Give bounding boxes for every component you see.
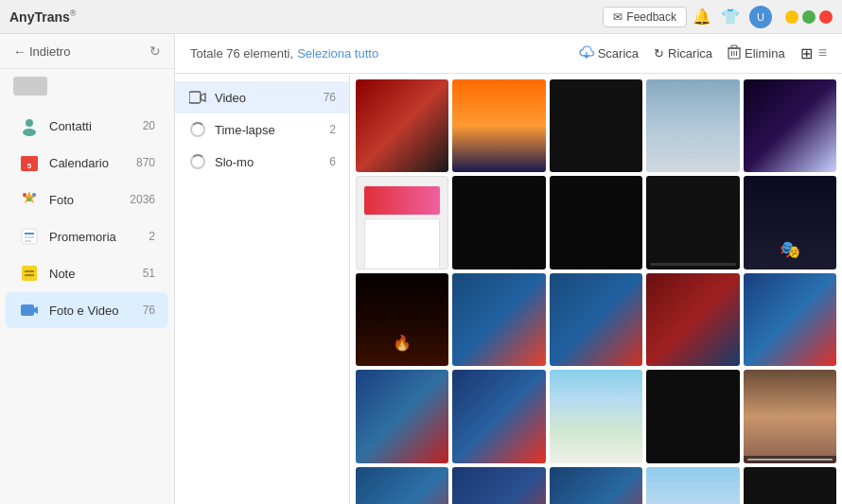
scarica-label: Scarica: [598, 46, 639, 61]
svg-rect-16: [21, 304, 34, 316]
media-thumb[interactable]: [744, 79, 836, 172]
subnav-item-timelapse[interactable]: Time-lapse 2: [175, 113, 349, 146]
trademark: ®: [70, 9, 77, 18]
subnav-item-slomo[interactable]: Slo-mo 6: [175, 146, 349, 178]
calendario-count: 870: [136, 156, 155, 169]
grid-view-button[interactable]: ⊞: [800, 44, 813, 62]
timelapse-label: Time-lapse: [215, 123, 322, 137]
back-label: Indietro: [29, 44, 70, 59]
media-grid: 🎭 🔥: [356, 79, 836, 504]
close-button[interactable]: [819, 10, 833, 24]
media-thumb[interactable]: 🎭: [744, 176, 836, 269]
device-info: [0, 69, 174, 103]
media-thumb[interactable]: [646, 273, 739, 366]
media-thumb[interactable]: [452, 273, 545, 366]
ricarica-label: Ricarica: [668, 46, 712, 61]
subnav-item-video[interactable]: Video 76: [175, 81, 349, 113]
media-thumb[interactable]: [646, 370, 739, 462]
media-thumb[interactable]: [744, 370, 836, 462]
timelapse-icon: [188, 120, 207, 139]
refresh-button[interactable]: ↻: [149, 43, 161, 59]
minimize-button[interactable]: [785, 10, 798, 24]
media-thumb[interactable]: [356, 176, 448, 269]
sidebar-nav: Contatti 20 5 Calendario 870 Foto 2036: [0, 103, 174, 504]
note-label: Note: [49, 267, 133, 281]
media-thumb[interactable]: [646, 467, 739, 504]
back-arrow-icon: ←: [13, 44, 26, 59]
media-thumb[interactable]: [744, 467, 836, 504]
app-title: AnyTrans®: [9, 9, 76, 25]
contatti-icon: [19, 115, 40, 136]
media-thumb[interactable]: [452, 79, 545, 172]
content-header-left: Totale 76 elementi, Seleziona tutto: [190, 46, 378, 61]
sidebar-header: ← Indietro ↻: [0, 34, 174, 69]
sidebar-item-calendario[interactable]: 5 Calendario 870: [6, 145, 168, 181]
scarica-button[interactable]: Scarica: [579, 44, 639, 62]
promemoria-count: 2: [149, 230, 155, 243]
bell-icon[interactable]: 🔔: [693, 8, 711, 26]
sidebar-item-contatti[interactable]: Contatti 20: [6, 108, 168, 144]
feedback-label: Feedback: [626, 10, 676, 24]
content-area: Totale 76 elementi, Seleziona tutto Scar…: [175, 34, 842, 504]
elimina-button[interactable]: Elimina: [728, 44, 785, 62]
trash-icon: [728, 44, 741, 62]
media-thumb[interactable]: [646, 79, 739, 172]
timelapse-count: 2: [329, 123, 336, 136]
media-thumb[interactable]: 🔥: [356, 273, 448, 366]
media-thumb[interactable]: [550, 273, 642, 366]
media-thumb[interactable]: [356, 467, 448, 504]
sub-nav: Video 76 Time-lapse 2 Slo-mo: [175, 74, 350, 504]
back-button[interactable]: ← Indietro: [13, 44, 70, 59]
media-thumb[interactable]: [452, 370, 545, 462]
sidebar-item-foto[interactable]: Foto 2036: [6, 182, 168, 217]
tshirt-icon[interactable]: 👕: [721, 8, 740, 26]
window-controls: [785, 10, 833, 24]
video-count: 76: [324, 91, 336, 104]
media-thumb[interactable]: [356, 79, 448, 172]
maximize-button[interactable]: [802, 10, 816, 24]
fotovideo-label: Foto e Video: [49, 304, 133, 318]
content-header: Totale 76 elementi, Seleziona tutto Scar…: [175, 34, 842, 74]
media-thumb[interactable]: [550, 79, 642, 172]
app-name-text: AnyTrans: [9, 9, 70, 25]
sidebar-item-note[interactable]: Note 51: [6, 255, 168, 291]
sidebar-item-fotovideo[interactable]: Foto e Video 76: [6, 292, 168, 328]
media-thumb[interactable]: [646, 176, 739, 269]
slomo-count: 6: [329, 155, 336, 168]
sidebar: ← Indietro ↻ Contatti 20 5 Calendari: [0, 34, 175, 504]
calendario-icon: 5: [19, 152, 40, 173]
refresh-icon: ↻: [654, 46, 664, 61]
media-thumb[interactable]: [744, 273, 836, 366]
media-thumb[interactable]: [550, 370, 642, 462]
select-all-link[interactable]: Seleziona tutto: [297, 46, 378, 61]
foto-count: 2036: [130, 193, 155, 206]
sidebar-item-promemoria[interactable]: Promemoria 2: [6, 218, 168, 254]
foto-label: Foto: [49, 193, 120, 207]
media-thumb[interactable]: [550, 467, 642, 504]
fotovideo-icon: [19, 300, 40, 321]
video-label: Video: [215, 91, 316, 105]
cloud-download-icon: [579, 44, 594, 62]
media-thumb[interactable]: [452, 176, 545, 269]
app-title-area: AnyTrans®: [9, 9, 76, 25]
svg-rect-25: [189, 92, 201, 103]
ricarica-button[interactable]: ↻ Ricarica: [654, 46, 712, 61]
mail-icon: ✉: [613, 10, 623, 24]
list-view-button[interactable]: ≡: [818, 44, 827, 62]
avatar-label: U: [757, 11, 764, 23]
elimina-label: Elimina: [745, 46, 785, 61]
title-bar-right: ✉ Feedback 🔔 👕 U: [603, 6, 833, 28]
media-grid-container[interactable]: 🎭 🔥: [350, 74, 842, 504]
svg-point-0: [26, 119, 33, 127]
media-thumb[interactable]: [452, 467, 545, 504]
feedback-button[interactable]: ✉ Feedback: [603, 7, 687, 27]
content-header-right: Scarica ↻ Ricarica Elimina ⊞ ≡: [579, 44, 827, 62]
svg-point-1: [23, 129, 36, 136]
svg-point-7: [32, 193, 36, 197]
avatar[interactable]: U: [749, 6, 772, 28]
media-section: Video 76 Time-lapse 2 Slo-mo: [175, 74, 842, 504]
media-thumb[interactable]: [356, 370, 448, 462]
contatti-count: 20: [143, 119, 155, 132]
media-thumb[interactable]: [550, 176, 642, 269]
svg-point-8: [27, 198, 31, 201]
